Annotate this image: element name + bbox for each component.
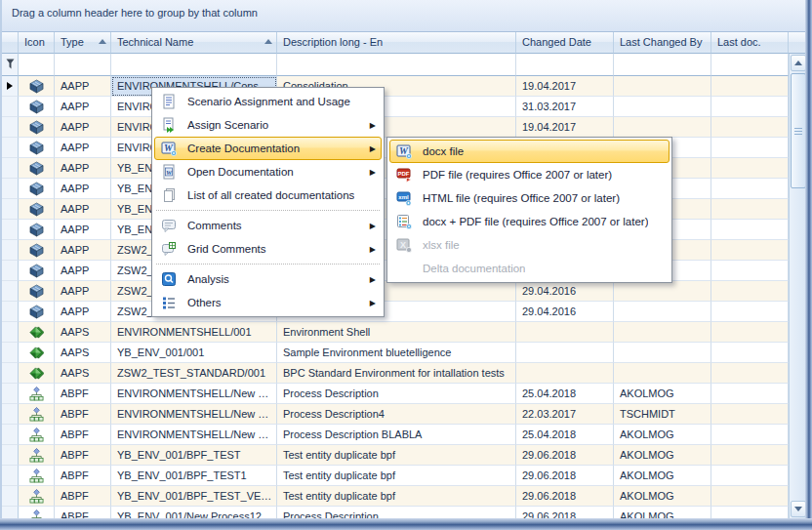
filter-cell-technical-name[interactable] [111,54,277,76]
cell-last-doc[interactable] [711,302,789,322]
cell-changed-date[interactable]: 25.04.2018 [516,425,614,445]
cell-type[interactable]: ABPF [55,486,111,507]
cell-last-changed-by[interactable] [614,302,711,322]
cell-technical-name[interactable]: YB_ENV_001/BPF_TEST1 [111,466,277,486]
cell-description[interactable]: Test entity duplicate bpf [277,466,516,486]
cell-changed-date[interactable]: 31.03.2017 [516,97,614,117]
cell-last-changed-by[interactable] [614,117,711,138]
cell-last-doc[interactable] [711,76,789,97]
cell-type[interactable]: AAPP [55,179,111,199]
cell-last-doc[interactable] [711,281,789,302]
cell-changed-date[interactable] [516,322,614,343]
cell-last-changed-by[interactable] [614,363,711,384]
table-row[interactable]: AAPPENVIRONMENTSHELL/...19.04.2017 [2,117,789,138]
table-row[interactable]: ABPFYB_ENV_001/BPF_TESTTest entity dupli… [2,445,789,466]
cell-type[interactable]: AAPP [55,281,111,302]
menu-item-others[interactable]: Others▶ [154,291,382,314]
cell-description[interactable]: Test entity duplicate bpf [277,445,516,466]
cell-technical-name[interactable]: YB_ENV_001/BPF_TEST_VERSION [111,486,277,507]
filter-cell-last-doc[interactable] [711,54,789,76]
submenu-item-docx-file[interactable]: Wdocx file [389,140,670,163]
cell-changed-date[interactable]: 29.04.2016 [516,302,614,322]
cell-last-doc[interactable] [711,486,789,507]
column-header-last-changed-by[interactable]: Last Changed By [614,32,711,54]
cell-last-doc[interactable] [711,363,789,384]
menu-item-list-of-all-created-documentations[interactable]: List of all created documentations [154,183,382,207]
cell-type[interactable]: AAPP [55,199,111,220]
cell-last-changed-by[interactable]: AKOLMOG [614,384,711,404]
menu-item-scenario-assignment-and-usage[interactable]: Scenario Assignment and Usage [154,90,382,113]
menu-item-analysis[interactable]: Analysis▶ [154,267,382,291]
cell-type[interactable]: AAPP [55,158,111,179]
cell-type[interactable]: ABPF [55,445,111,466]
submenu-item-pdf-file-requires-office-2007-or-later[interactable]: PDFPDF file (requires Office 2007 or lat… [389,163,670,186]
submenu-item-docx-pdf-file-requires-office-2007-or-later[interactable]: docx + PDF file (requires Office 2007 or… [389,210,670,233]
cell-last-doc[interactable] [711,240,789,261]
cell-technical-name[interactable]: ZSW2_TEST_STANDARD/001 [111,363,277,384]
cell-technical-name[interactable]: ENVIRONMENTSHELL/New Proc... [111,425,277,445]
cell-type[interactable]: AAPP [55,76,111,97]
cell-last-doc[interactable] [711,261,789,281]
scroll-down-button[interactable] [791,501,806,517]
cell-description[interactable]: Process Description BLABLA [277,425,516,445]
cell-last-doc[interactable] [711,425,789,445]
filter-cell-last-changed-by[interactable] [614,54,711,76]
menu-item-create-documentation[interactable]: WCreate Documentation▶ [154,137,382,160]
auto-filter-row[interactable] [2,54,789,76]
cell-last-doc[interactable] [711,445,789,466]
column-header-type[interactable]: Type [55,32,111,54]
cell-technical-name[interactable]: YB_ENV_001/001 [111,343,277,363]
scroll-up-button[interactable] [791,55,806,71]
cell-last-changed-by[interactable]: AKOLMOG [614,486,711,507]
cell-type[interactable]: AAPS [55,363,111,384]
cell-last-doc[interactable] [711,138,789,158]
scrollbar-thumb[interactable] [791,73,806,188]
cell-type[interactable]: ABPF [55,425,111,445]
cell-technical-name[interactable]: ENVIRONMENTSHELL/New Proc... [111,404,277,425]
cell-changed-date[interactable]: 25.04.2018 [516,384,614,404]
cell-description[interactable]: Process Description [277,384,516,404]
cell-last-doc[interactable] [711,117,789,138]
cell-changed-date[interactable]: 19.04.2017 [516,76,614,97]
cell-type[interactable]: AAPS [55,343,111,363]
cell-technical-name[interactable]: YB_ENV_001/BPF_TEST [111,445,277,466]
column-header-description[interactable]: Description long - En [277,32,516,54]
cell-type[interactable]: AAPP [55,261,111,281]
table-row[interactable]: AAPPENVIRONMENTSHELL/...31.03.2017 [2,97,789,117]
cell-description[interactable]: Process Description4 [277,404,516,425]
cell-changed-date[interactable]: 22.03.2017 [516,404,614,425]
cell-last-changed-by[interactable] [614,281,711,302]
cell-changed-date[interactable]: 29.06.2018 [516,486,614,507]
cell-last-doc[interactable] [711,507,789,518]
cell-technical-name[interactable]: YB_ENV_001/New Process12 [111,507,277,518]
submenu-item-html-file-requires-office-2007-or-later[interactable]: xmlHTML file (requires Office 2007 or la… [389,186,670,210]
cell-type[interactable]: ABPF [55,507,111,518]
cell-last-changed-by[interactable]: AKOLMOG [614,445,711,466]
table-row[interactable]: AAPPZSW2_TEST_STANDARD/RatesExchange Rat… [2,302,789,322]
table-row[interactable]: AAPSENVIRONMENTSHELL/001Environment Shel… [2,322,789,343]
cell-type[interactable]: AAPP [55,302,111,322]
cell-last-changed-by[interactable]: AKOLMOG [614,425,711,445]
column-header-changed-date[interactable]: Changed Date [516,32,614,54]
cell-last-doc[interactable] [711,384,789,404]
cell-last-changed-by[interactable]: AKOLMOG [614,466,711,486]
filter-cell-changed-date[interactable] [516,54,614,76]
table-row[interactable]: ABPFENVIRONMENTSHELL/New Proc...Process … [2,384,789,404]
cell-last-changed-by[interactable]: TSCHMIDT [614,404,711,425]
menu-item-assign-scenario[interactable]: Assign Scenario▶ [154,113,382,137]
menu-item-comments[interactable]: Comments▶ [154,214,382,237]
cell-type[interactable]: AAPS [55,322,111,343]
cell-last-doc[interactable] [711,220,789,240]
cell-type[interactable]: ABPF [55,384,111,404]
cell-last-doc[interactable] [711,158,789,179]
cell-changed-date[interactable]: 19.04.2017 [516,117,614,138]
cell-last-doc[interactable] [711,322,789,343]
cell-description[interactable]: Sample Environment bluetelligence [277,343,516,363]
cell-last-doc[interactable] [711,199,789,220]
cell-last-changed-by[interactable]: AKOLMOG [614,507,711,518]
group-by-panel[interactable]: Drag a column header here to group by th… [2,0,805,32]
cell-last-doc[interactable] [711,179,789,199]
table-row[interactable]: ABPFENVIRONMENTSHELL/New Proc...Process … [2,425,789,445]
cell-last-changed-by[interactable] [614,97,711,117]
cell-changed-date[interactable]: 29.06.2018 [516,445,614,466]
